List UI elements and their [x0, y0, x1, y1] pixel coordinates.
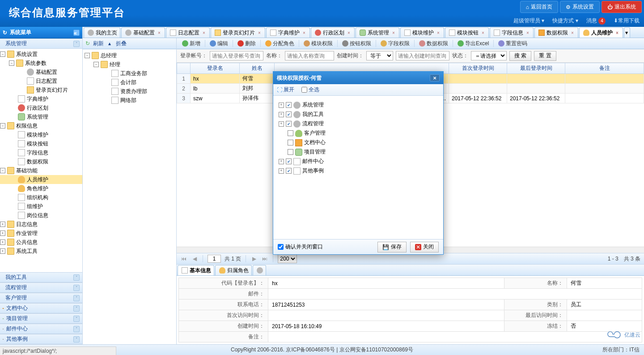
- chevron-down-icon[interactable]: ˅: [73, 336, 80, 342]
- tree-org-struct[interactable]: 组织机构: [0, 193, 82, 202]
- col-first[interactable]: 首次登录时间: [449, 63, 507, 74]
- reset-button[interactable]: 重 置: [534, 51, 556, 61]
- close-icon[interactable]: ×: [201, 30, 207, 35]
- tree-base-func[interactable]: −基础功能: [0, 166, 82, 175]
- tab-overflow[interactable]: ▾: [624, 27, 630, 38]
- tree-log-cfg[interactable]: 日志配置: [0, 77, 82, 86]
- perm-node[interactable]: +邮件中心: [279, 157, 438, 166]
- edit-button[interactable]: 编辑: [207, 39, 231, 48]
- tree-sys-mgmt2[interactable]: 系统管理: [0, 112, 82, 121]
- tab-home[interactable]: 我的主页: [84, 27, 120, 38]
- tree-job-mgmt[interactable]: +作业管理: [0, 229, 82, 238]
- chevron-down-icon[interactable]: ˅: [73, 326, 80, 332]
- state-select[interactable]: ＝请选择＝: [471, 51, 507, 60]
- close-icon[interactable]: ×: [480, 30, 486, 35]
- tab-module-btn[interactable]: 模块按钮×: [445, 27, 489, 38]
- add-button[interactable]: 新增: [179, 39, 203, 48]
- checkbox[interactable]: [286, 111, 292, 117]
- field-perm-button[interactable]: 字段权限: [378, 39, 412, 48]
- tree-org-maint[interactable]: 组维护: [0, 202, 82, 211]
- close-icon[interactable]: ×: [614, 30, 620, 35]
- tree-field-info[interactable]: 字段信息: [0, 148, 82, 157]
- chevron-down-icon[interactable]: ˅: [73, 285, 80, 291]
- tree-post-info[interactable]: 岗位信息: [0, 211, 82, 220]
- data-perm-button[interactable]: 数据权限: [416, 39, 451, 48]
- downloads-button[interactable]: ⬇常用下载: [614, 17, 640, 25]
- tree-login-slides[interactable]: 登录页幻灯片: [0, 86, 82, 94]
- tab-base-cfg[interactable]: 基础配置×: [121, 27, 165, 38]
- tab-admin-area[interactable]: 行政区划×: [311, 27, 355, 38]
- close-icon[interactable]: ×: [436, 30, 441, 35]
- tab-login-slides[interactable]: 登录页幻灯片×: [211, 27, 265, 38]
- prev-page-button[interactable]: ◀: [191, 255, 198, 262]
- tree-log-info[interactable]: +日志信息: [0, 220, 82, 229]
- checkbox[interactable]: [288, 149, 293, 155]
- tree-sys-params[interactable]: −系统参数: [0, 59, 82, 68]
- tree-admin-area[interactable]: 行政区划: [0, 103, 82, 112]
- acc-doc[interactable]: 文档中心˅: [0, 303, 82, 313]
- chevron-up-icon[interactable]: ˄: [73, 41, 80, 47]
- tab-person-maint[interactable]: 人员维护×: [579, 27, 623, 38]
- chevron-down-icon[interactable]: ˅: [73, 274, 80, 281]
- acc-flow[interactable]: 流程管理˅: [0, 282, 82, 293]
- acc-other[interactable]: 其他事例˅: [0, 334, 82, 344]
- assign-role-button[interactable]: 分配角色: [263, 39, 297, 48]
- page-input[interactable]: [208, 255, 221, 263]
- page-size-select[interactable]: 200: [278, 254, 297, 263]
- tree-public-info[interactable]: +公共信息: [0, 238, 82, 247]
- close-button[interactable]: ✕关闭: [410, 242, 439, 252]
- confirm-close-label[interactable]: 确认并关闭窗口: [278, 243, 323, 251]
- tree-module-btn[interactable]: 模块按钮: [0, 139, 82, 148]
- checkbox[interactable]: [286, 158, 292, 164]
- login-input[interactable]: [210, 51, 263, 60]
- dtab-roles[interactable]: 归属角色: [215, 265, 252, 275]
- close-icon[interactable]: ×: [391, 30, 396, 35]
- perm-node[interactable]: 项目管理: [279, 147, 438, 157]
- refresh-icon[interactable]: ↻: [3, 30, 7, 36]
- org-dept[interactable]: 工商业务部: [85, 69, 174, 78]
- confirm-close-checkbox[interactable]: [278, 244, 284, 250]
- current-user[interactable]: 超级管理员 ▾: [513, 17, 544, 25]
- col-last[interactable]: 最后登录时间: [507, 63, 565, 74]
- org-root[interactable]: −总经理: [85, 51, 174, 60]
- selectall-button[interactable]: 全选: [301, 86, 319, 94]
- acc-cust[interactable]: 客户管理˅: [0, 293, 82, 303]
- org-dept[interactable]: 资质办理部: [85, 87, 174, 96]
- acc-mail[interactable]: 邮件中心˅: [0, 324, 82, 334]
- perm-node[interactable]: 文档中心: [279, 138, 438, 147]
- expand-button[interactable]: ⛶展开: [277, 86, 294, 94]
- tab-log-cfg[interactable]: 日志配置×: [166, 27, 210, 38]
- perm-node[interactable]: +其他事例: [279, 166, 438, 175]
- perm-node[interactable]: +流程管理: [279, 119, 438, 128]
- col-login[interactable]: 登录名: [191, 63, 240, 74]
- tree-perm-info[interactable]: −权限信息: [0, 121, 82, 130]
- reset-pwd-button[interactable]: 重置密码: [496, 39, 530, 48]
- close-icon[interactable]: ×: [346, 30, 352, 35]
- checkbox[interactable]: [288, 130, 293, 136]
- selectall-checkbox[interactable]: [301, 87, 307, 93]
- button-perm-button[interactable]: 按钮权限: [339, 39, 374, 48]
- tree-base-cfg[interactable]: 基础配置: [0, 68, 82, 77]
- collapse-nav-icon[interactable]: «: [73, 30, 80, 36]
- col-name[interactable]: 姓名: [240, 63, 275, 74]
- acc-sys-mgmt[interactable]: 系统管理˄: [0, 38, 82, 49]
- ctime-input[interactable]: [396, 51, 449, 60]
- org-dept[interactable]: 网络部: [85, 96, 174, 105]
- last-page-button[interactable]: ⏭: [261, 255, 268, 262]
- tab-module-maint[interactable]: 模块维护×: [400, 27, 444, 38]
- logout-button[interactable]: ⏻退出系统: [602, 1, 642, 13]
- tree-sys-tools[interactable]: +系统工具: [0, 247, 82, 256]
- org-mgr[interactable]: −经理: [85, 60, 174, 69]
- messages-button[interactable]: 消息 4: [586, 17, 606, 25]
- checkbox[interactable]: [288, 140, 293, 145]
- tree-data-perm[interactable]: 数据权限: [0, 157, 82, 166]
- chevron-down-icon[interactable]: ˅: [73, 305, 80, 312]
- delete-button[interactable]: 删除: [235, 39, 258, 48]
- refresh-button[interactable]: ↻刷新: [85, 40, 104, 47]
- tab-data-perm[interactable]: 数据权限×: [534, 27, 578, 38]
- name-input[interactable]: [285, 51, 334, 60]
- checkbox[interactable]: [286, 102, 292, 108]
- tree-sys-settings[interactable]: −系统设置: [0, 50, 82, 59]
- collapse-button[interactable]: ▴折叠: [108, 40, 127, 47]
- close-icon[interactable]: ×: [525, 30, 530, 35]
